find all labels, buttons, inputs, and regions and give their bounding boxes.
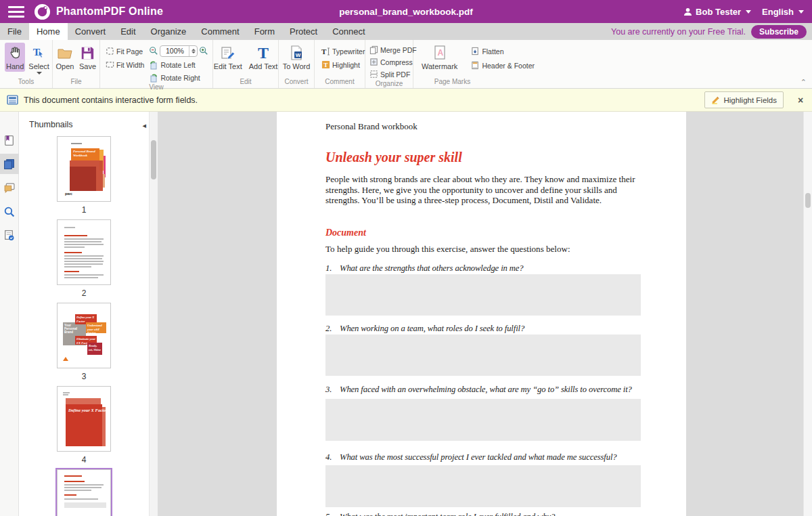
fit-width-icon <box>105 60 114 70</box>
ribbon-group-label: Edit <box>213 78 278 88</box>
main-area: Thumbnails ◂ Personal Brand Workbook pwc… <box>0 112 812 516</box>
ribbon-group-view: Fit Page Fit Width <box>100 40 213 88</box>
subscribe-button[interactable]: Subscribe <box>751 25 807 39</box>
save-icon <box>78 44 96 62</box>
pencil-icon <box>711 95 720 104</box>
user-menu[interactable]: Bob Tester <box>683 7 751 17</box>
form-field-3[interactable] <box>325 399 641 441</box>
page-thumbnail-5[interactable]: 5 <box>57 469 111 516</box>
zoom-out-icon[interactable] <box>149 46 158 56</box>
menu-edit[interactable]: Edit <box>113 23 143 40</box>
close-icon[interactable]: × <box>793 95 808 106</box>
edit-text-button[interactable]: Edit Text <box>212 43 244 72</box>
flatten-button[interactable]: Flatten <box>470 45 535 57</box>
doc-instruction: To help guide you through this exercise,… <box>325 244 641 255</box>
header-footer-button[interactable]: Header & Footer <box>470 60 535 71</box>
hamburger-menu-icon[interactable] <box>8 6 24 18</box>
question-3: 3. When faced with an overwhelming obsta… <box>325 384 641 395</box>
svg-text:T: T <box>321 47 327 56</box>
watermark-icon: A <box>431 44 449 62</box>
form-field-4[interactable] <box>325 465 641 507</box>
fit-width-button[interactable]: Fit Width <box>105 59 144 70</box>
language-menu[interactable]: English <box>762 7 804 17</box>
rotate-right-button[interactable]: Rotate Right <box>149 72 208 83</box>
document-canvas: Personal Brand workbook Unleash your sup… <box>158 112 803 516</box>
menu-organize[interactable]: Organize <box>143 23 194 40</box>
add-text-icon: T <box>254 44 272 62</box>
zoom-in-icon[interactable] <box>199 46 208 56</box>
ribbon-group-tools: Hand T Select Tools <box>0 40 53 88</box>
page-thumbnail-1[interactable]: Personal Brand Workbook pwc 1 <box>57 136 111 219</box>
word-file-icon: W <box>288 44 305 62</box>
document-scrollbar[interactable] <box>803 112 812 516</box>
fit-page-button[interactable]: Fit Page <box>105 45 144 57</box>
rotate-left-button[interactable]: Rotate Left <box>149 59 208 70</box>
zoom-level-select[interactable]: 100% <box>160 45 198 57</box>
menu-file[interactable]: File <box>0 23 29 40</box>
question-4: 4. What was the most successful project … <box>325 452 641 463</box>
top-bar: PhantomPDF Online personal_brand_workboo… <box>0 0 812 23</box>
ribbon-group-label: Tools <box>0 78 52 88</box>
svg-text:A: A <box>437 48 443 58</box>
ribbon-group-file: Open Save File <box>53 40 100 88</box>
question-5: 5. What was the most important team role… <box>325 511 641 516</box>
watermark-button[interactable]: A Watermark <box>420 43 459 72</box>
highlight-button[interactable]: T Highlight <box>321 59 365 70</box>
ribbon-group-label: Comment <box>315 78 365 88</box>
add-text-button[interactable]: T Add Text <box>248 43 279 72</box>
menu-convert[interactable]: Convert <box>68 23 114 40</box>
doc-intro: People with strong brands are clear abou… <box>325 174 641 206</box>
select-tool-button[interactable]: T Select <box>27 43 51 76</box>
compress-icon <box>369 58 378 67</box>
comments-panel-icon[interactable] <box>0 177 19 198</box>
menu-comment[interactable]: Comment <box>194 23 246 40</box>
menu-connect[interactable]: Connect <box>325 23 372 40</box>
ribbon-group-label: Convert <box>279 78 314 88</box>
save-button[interactable]: Save <box>77 43 97 72</box>
hand-icon <box>6 44 24 62</box>
split-pdf-icon <box>369 70 378 79</box>
hand-tool-button[interactable]: Hand <box>5 43 25 72</box>
ribbon-group-organize: Merge PDF Compress Split PDF <box>365 40 413 88</box>
thumbnails-scrollbar[interactable] <box>149 112 158 516</box>
chevron-down-icon <box>37 72 42 74</box>
brand-name: PhantomPDF Online <box>56 5 163 18</box>
svg-text:W: W <box>296 52 301 58</box>
ribbon-toolbar: Hand T Select Tools Open <box>0 40 812 89</box>
search-panel-icon[interactable] <box>0 201 19 221</box>
menu-form[interactable]: Form <box>247 23 282 40</box>
thumbnails-panel-icon[interactable] <box>0 154 19 174</box>
flatten-icon <box>470 47 480 56</box>
navigation-icon-strip <box>0 112 19 516</box>
chevron-down-icon <box>798 10 804 14</box>
menu-bar: File Home Convert Edit Organize Comment … <box>0 23 812 40</box>
form-fields-panel-icon[interactable] <box>0 225 19 245</box>
highlight-fields-button[interactable]: Highlight Fields <box>704 91 784 108</box>
page-thumbnail-3[interactable]: Your Personal Brand Define your X Factor… <box>57 303 111 386</box>
panel-collapse-icon[interactable]: ◂ <box>142 121 146 130</box>
bookmarks-panel-icon[interactable] <box>0 130 19 150</box>
svg-text:T: T <box>323 62 328 68</box>
to-word-button[interactable]: W To Word <box>281 43 312 72</box>
form-field-1[interactable] <box>325 274 641 316</box>
typewriter-button[interactable]: T Typewriter <box>321 45 365 57</box>
compress-button[interactable]: Compress <box>369 56 417 68</box>
foxit-logo-icon <box>34 3 51 20</box>
page-thumbnail-2[interactable]: 2 <box>57 219 111 303</box>
doc-header: Personal Brand workbook <box>325 121 641 132</box>
ribbon-collapse-chevron[interactable]: ⌃ <box>800 78 807 87</box>
question-2: 2. When working on a team, what roles do… <box>325 323 641 334</box>
page-thumbnail-4[interactable]: Define your X Factor 4 <box>57 386 111 469</box>
split-pdf-button[interactable]: Split PDF <box>369 68 417 80</box>
merge-pdf-button[interactable]: Merge PDF <box>369 44 417 56</box>
language-label: English <box>762 7 794 17</box>
open-button[interactable]: Open <box>55 43 76 72</box>
highlight-icon: T <box>321 60 330 70</box>
user-icon <box>683 7 692 16</box>
menu-home[interactable]: Home <box>29 23 68 40</box>
zoom-stepper[interactable] <box>189 46 197 56</box>
form-field-2[interactable] <box>325 335 641 376</box>
ribbon-group-edit: Edit Text T Add Text Edit <box>213 40 279 88</box>
thumbnails-panel: Thumbnails ◂ Personal Brand Workbook pwc… <box>19 112 149 516</box>
menu-protect[interactable]: Protect <box>282 23 325 40</box>
